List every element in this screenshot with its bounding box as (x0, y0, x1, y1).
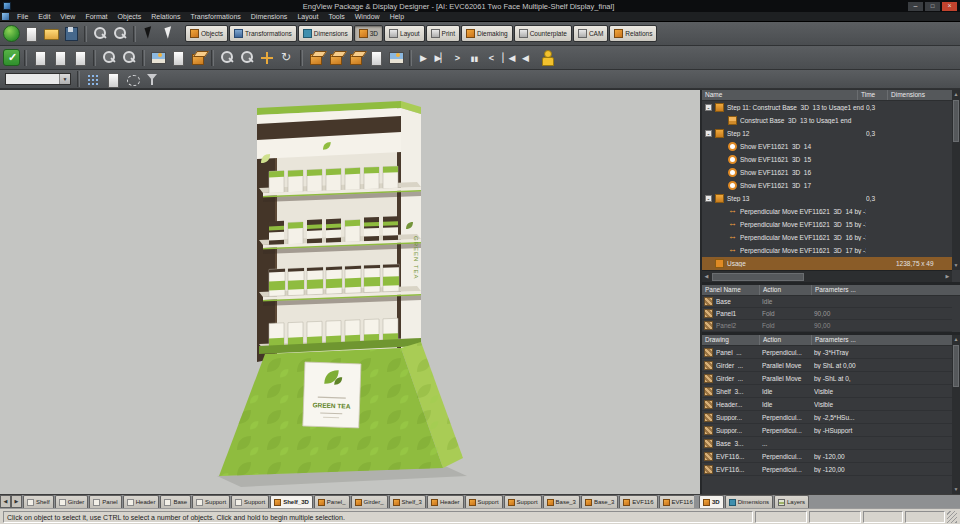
column-action[interactable]: Action (760, 335, 812, 345)
mode-tab[interactable]: Layout (384, 25, 425, 42)
tray-tool-icon[interactable] (327, 49, 345, 66)
column-name[interactable]: Name (702, 90, 858, 100)
scroll-up-icon[interactable] (952, 335, 960, 344)
flat-view-icon[interactable] (51, 49, 69, 66)
menu-item[interactable]: Help (385, 13, 409, 20)
mode-tab[interactable]: Objects (185, 25, 228, 42)
menu-item[interactable]: Window (350, 13, 385, 20)
zoom-out-3d-icon[interactable] (100, 49, 118, 66)
mode-tab[interactable]: Diemaking (461, 25, 513, 42)
document-tab[interactable]: EVF116 (619, 495, 657, 508)
animation-tree-row[interactable]: - Step 12 0,3 (702, 127, 952, 140)
document-tab[interactable]: Panel_ (314, 495, 350, 508)
tab-scroll-left-button[interactable] (0, 495, 11, 508)
document-tab[interactable]: Header (123, 495, 160, 508)
save-icon[interactable] (62, 25, 80, 42)
animation-tree-row[interactable]: Show EVF11621_3D_16 (702, 166, 952, 179)
zoom-window-icon[interactable] (111, 25, 129, 42)
column-panel-name[interactable]: Panel Name (702, 285, 760, 295)
node-select-icon[interactable] (160, 25, 178, 42)
render-photo-icon[interactable] (387, 49, 405, 66)
document-tab[interactable]: Shelf (23, 495, 54, 508)
animation-tree-row[interactable]: - Step 13 0,3 (702, 192, 952, 205)
animation-tree-row[interactable]: Show EVF11621_3D_17 (702, 179, 952, 192)
document-tab[interactable]: Support (192, 495, 230, 508)
column-time[interactable]: Time (858, 90, 888, 100)
canvas-3d-viewport[interactable]: GREEN TEA GREEN TEA (0, 90, 700, 494)
column-drawing[interactable]: Drawing (702, 335, 760, 345)
mode-tab[interactable]: CAM (573, 25, 608, 42)
column-dimensions[interactable]: Dimensions (888, 90, 960, 100)
column-parameters[interactable]: Parameters ... (812, 335, 960, 345)
column-action[interactable]: Action (760, 285, 812, 295)
document-tab[interactable]: Girder_ (351, 495, 388, 508)
view-tab[interactable]: 3D (699, 495, 724, 508)
document-tab[interactable]: Shelf_3D (270, 495, 313, 508)
go-to-start-icon[interactable] (501, 50, 516, 66)
apply-check-icon[interactable] (3, 49, 20, 66)
document-tab[interactable]: Support (504, 495, 542, 508)
open-file-icon[interactable] (42, 25, 60, 42)
mode-tab[interactable]: Transformations (229, 25, 297, 42)
mode-tab[interactable]: Relations (609, 25, 657, 42)
drawing-table-row[interactable]: Suppor... Perpendicul... by -2,5*HSu... (702, 411, 952, 424)
column-parameters[interactable]: Parameters ... (812, 285, 960, 295)
animation-tree-row[interactable]: Usage 1238,75 x 49 (702, 257, 952, 270)
step-forward-icon[interactable] (450, 50, 465, 66)
mode-tab[interactable]: 3D (354, 25, 383, 42)
scroll-up-icon[interactable] (952, 90, 960, 99)
drawing-table-row[interactable]: Shelf_3... Idle Visible (702, 385, 952, 398)
panel-table-row[interactable]: Base Idle (702, 296, 952, 308)
scroll-thumb[interactable] (953, 345, 959, 387)
orbit-3d-icon[interactable] (278, 49, 296, 66)
maximize-icon[interactable] (925, 2, 940, 11)
drawing-table-row[interactable]: EVF116... Perpendicul... by -120,00 (702, 463, 952, 476)
menu-item[interactable]: Tools (323, 13, 349, 20)
scroll-right-icon[interactable] (943, 271, 952, 282)
animation-tree-row[interactable]: Perpendicular Move EVF11621_3D_16 by -12… (702, 231, 952, 244)
view-tab[interactable]: Dimensions (725, 495, 773, 508)
drawing-vertical-scrollbar[interactable] (952, 335, 960, 494)
scroll-down-icon[interactable] (952, 485, 960, 494)
scroll-thumb[interactable] (712, 273, 804, 281)
menu-item[interactable]: File (12, 13, 33, 20)
render-image-icon[interactable] (149, 49, 167, 66)
document-tab[interactable]: Shelf_3 (389, 495, 426, 508)
pause-icon[interactable] (467, 50, 482, 66)
minimize-icon[interactable] (908, 2, 923, 11)
new-document-icon[interactable] (22, 25, 40, 42)
tab-scroll-right-button[interactable] (11, 495, 22, 508)
animation-tree-row[interactable]: Show EVF11621_3D_15 (702, 153, 952, 166)
zoom-in-3d-icon[interactable] (120, 49, 138, 66)
panel-table-row[interactable]: Panel1 Fold 90,00 (702, 308, 952, 320)
step-back-icon[interactable] (484, 50, 499, 66)
animation-tree-row[interactable]: Perpendicular Move EVF11621_3D_14 by -12… (702, 205, 952, 218)
expand-toggle[interactable]: - (705, 130, 712, 137)
style-combo[interactable] (5, 73, 71, 85)
view-tab[interactable]: Layers (774, 495, 809, 508)
drawing-table-row[interactable]: Suppor... Perpendicul... by -HSupport (702, 424, 952, 437)
resize-grip[interactable] (947, 511, 957, 523)
drawing-table-row[interactable]: EVF116... Perpendicul... by -120,00 (702, 450, 952, 463)
snap-grid-icon[interactable] (84, 71, 102, 88)
animation-tree-row[interactable]: Perpendicular Move EVF11621_3D_15 by -12… (702, 218, 952, 231)
snap-objects-icon[interactable] (104, 71, 122, 88)
document-tab[interactable]: Panel (89, 495, 121, 508)
menu-item[interactable]: Objects (113, 13, 147, 20)
expand-toggle[interactable]: - (705, 195, 712, 202)
animation-tree-row[interactable]: Perpendicular Move EVF11621_3D_17 by -12… (702, 244, 952, 257)
display-model[interactable]: GREEN TEA GREEN TEA (205, 96, 477, 488)
scroll-left-icon[interactable] (702, 271, 711, 282)
drawing-table-row[interactable]: Base_3... ... (702, 437, 952, 450)
chevron-down-icon[interactable] (59, 74, 70, 84)
menu-item[interactable]: Format (80, 13, 112, 20)
drawing-table-row[interactable]: Girder_... Parallel Move by -ShL at 0, (702, 372, 952, 385)
filter-funnel-icon[interactable] (144, 71, 162, 88)
menu-item[interactable]: Edit (33, 13, 55, 20)
fold-view-icon[interactable] (71, 49, 89, 66)
fold-tool-icon[interactable] (307, 49, 325, 66)
close-icon[interactable] (942, 2, 957, 11)
select-cursor-icon[interactable] (140, 25, 158, 42)
document-tab[interactable]: Base (160, 495, 191, 508)
animation-tree-row[interactable]: - Step 11: Construct Base_3D_13 to Usage… (702, 101, 952, 114)
